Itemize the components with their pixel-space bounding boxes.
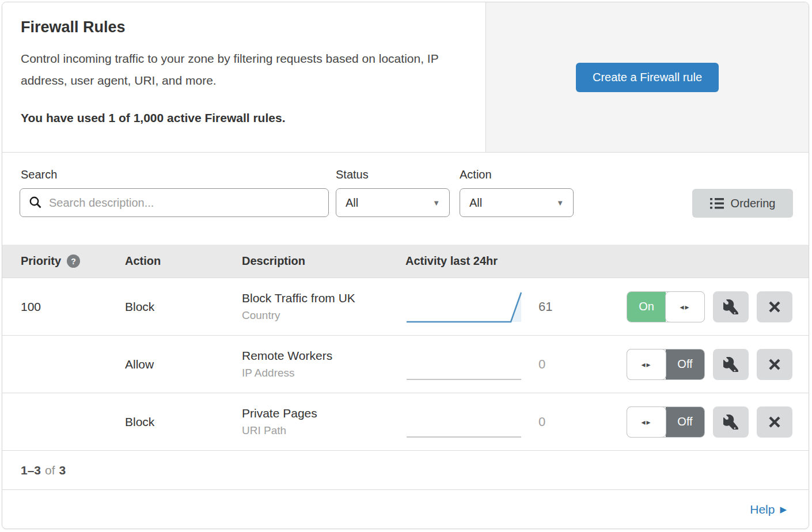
delete-rule-button[interactable] (757, 291, 792, 322)
action-selected-value: All (469, 196, 482, 210)
arrow-right-icon: ▶ (780, 505, 787, 514)
edit-rule-button[interactable] (713, 349, 749, 380)
action-filter-select[interactable]: All ▼ (460, 188, 574, 217)
search-input[interactable] (20, 188, 329, 217)
search-label: Search (21, 168, 57, 181)
rule-controls: ◂▸ Off (627, 349, 792, 380)
rule-controls: ◂▸ Off (627, 406, 792, 438)
rule-match-type: URI Path (242, 424, 405, 437)
page-title: Firewall Rules (21, 18, 467, 36)
rule-enabled-toggle[interactable]: ◂▸ Off (627, 406, 705, 438)
rule-description: Remote Workers (242, 349, 405, 363)
search-field-wrapper (20, 188, 329, 217)
header-section: Firewall Rules Control incoming traffic … (2, 2, 809, 153)
header-text-block: Firewall Rules Control incoming traffic … (2, 2, 486, 152)
rule-action: Block (125, 300, 242, 314)
rule-description-cell: Remote Workers IP Address (242, 349, 405, 379)
rule-description-cell: Block Traffic from UK Country (242, 291, 405, 322)
wrench-icon (723, 415, 738, 430)
action-filter-label: Action (460, 168, 492, 181)
rule-action: Allow (125, 358, 242, 371)
toggle-on-segment[interactable]: On (627, 292, 666, 322)
usage-note: You have used 1 of 1,000 active Firewall… (21, 111, 467, 125)
toggle-handle[interactable]: ◂▸ (665, 291, 705, 322)
close-icon (768, 358, 781, 371)
wrench-icon (723, 299, 738, 314)
rule-controls: On ◂▸ (627, 291, 792, 322)
help-bar: Help ▶ (2, 490, 809, 529)
pagination-total: 3 (59, 463, 66, 477)
header-action-area: Create a Firewall rule (486, 2, 809, 152)
column-description: Description (242, 254, 405, 268)
toggle-off-segment[interactable]: Off (666, 407, 704, 437)
column-activity: Activity last 24hr (405, 254, 792, 268)
help-link-label: Help (750, 503, 775, 516)
search-icon (29, 196, 43, 210)
ordering-button-label: Ordering (731, 197, 776, 210)
edit-rule-button[interactable] (713, 406, 749, 438)
status-filter-select[interactable]: All ▼ (336, 188, 450, 217)
create-firewall-rule-button[interactable]: Create a Firewall rule (576, 63, 719, 92)
column-action: Action (125, 254, 242, 268)
caret-down-icon: ▼ (556, 199, 564, 207)
status-selected-value: All (346, 196, 358, 210)
activity-sparkline (405, 393, 523, 450)
close-icon (768, 415, 781, 429)
toggle-handle[interactable]: ◂▸ (627, 406, 666, 438)
pagination-range: 1–3 (21, 463, 41, 477)
help-link[interactable]: Help ▶ (750, 503, 787, 516)
toggle-handle[interactable]: ◂▸ (627, 349, 666, 380)
delete-rule-button[interactable] (757, 349, 792, 380)
rule-description: Block Traffic from UK (242, 291, 405, 305)
table-header: Priority ? Action Description Activity l… (2, 245, 809, 278)
close-icon (768, 300, 781, 314)
toggle-arrows-icon: ◂▸ (641, 360, 651, 369)
table-row: 100 Block Block Traffic from UK Country … (2, 278, 809, 336)
activity-sparkline (405, 278, 523, 335)
rule-description: Private Pages (242, 406, 405, 420)
edit-rule-button[interactable] (713, 291, 749, 322)
wrench-icon (723, 357, 738, 372)
activity-count: 0 (538, 415, 573, 430)
toggle-arrows-icon: ◂▸ (641, 417, 651, 427)
ordering-button[interactable]: Ordering (692, 189, 793, 218)
priority-header-label: Priority (21, 254, 61, 268)
toggle-arrows-icon: ◂▸ (680, 302, 690, 311)
activity-count: 61 (538, 299, 573, 314)
rule-priority: 100 (21, 300, 125, 314)
rule-match-type: IP Address (242, 367, 405, 379)
table-row: Allow Remote Workers IP Address 0 ◂▸ Off (2, 336, 809, 393)
table-row: Block Private Pages URI Path 0 ◂▸ Off (2, 393, 809, 451)
page-description: Control incoming traffic to your zone by… (21, 48, 464, 92)
ordered-list-icon (710, 197, 724, 210)
rule-match-type: Country (242, 309, 405, 322)
pagination-of-label: of (45, 463, 55, 477)
filters-bar: Search Status All ▼ Action All ▼ (2, 153, 809, 245)
delete-rule-button[interactable] (757, 406, 792, 438)
rule-description-cell: Private Pages URI Path (242, 406, 405, 437)
rule-enabled-toggle[interactable]: ◂▸ Off (627, 349, 705, 380)
status-filter-label: Status (336, 168, 369, 181)
priority-help-icon[interactable]: ? (67, 254, 80, 268)
toggle-off-segment[interactable]: Off (666, 349, 704, 379)
rule-action: Block (125, 415, 242, 429)
activity-count: 0 (538, 357, 573, 372)
column-priority: Priority ? (21, 254, 125, 268)
caret-down-icon: ▼ (432, 199, 440, 207)
rule-enabled-toggle[interactable]: On ◂▸ (627, 291, 705, 322)
activity-sparkline (405, 336, 523, 393)
pagination-bar: 1–3 of 3 (2, 451, 809, 490)
firewall-rules-panel: Firewall Rules Control incoming traffic … (2, 2, 809, 529)
